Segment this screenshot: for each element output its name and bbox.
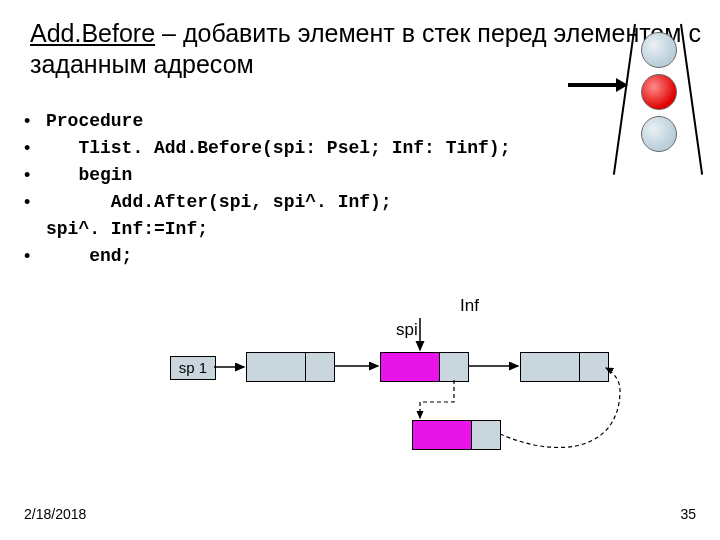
code-block: •Procedure • Tlist. Add.Before(spi: Psel… xyxy=(24,108,510,270)
footer-page-number: 35 xyxy=(680,506,696,522)
node-new xyxy=(412,420,501,450)
label-spi: spi xyxy=(396,320,418,340)
label-inf: Inf xyxy=(460,296,479,316)
ball-bottom xyxy=(641,116,677,152)
footer-date: 2/18/2018 xyxy=(24,506,86,522)
insert-arrow xyxy=(568,78,628,92)
linked-list-diagram: Inf spi sp 1 xyxy=(150,330,670,490)
ball-top xyxy=(641,32,677,68)
stack-illustration xyxy=(630,14,686,174)
title-term: Add.Before xyxy=(30,19,155,47)
node-spi xyxy=(380,352,469,382)
slide-title: Add.Before – добавить элемент в стек пер… xyxy=(30,18,720,81)
sp1-box: sp 1 xyxy=(170,356,216,380)
node-3 xyxy=(520,352,609,382)
node-1 xyxy=(246,352,335,382)
ball-inserted xyxy=(641,74,677,110)
